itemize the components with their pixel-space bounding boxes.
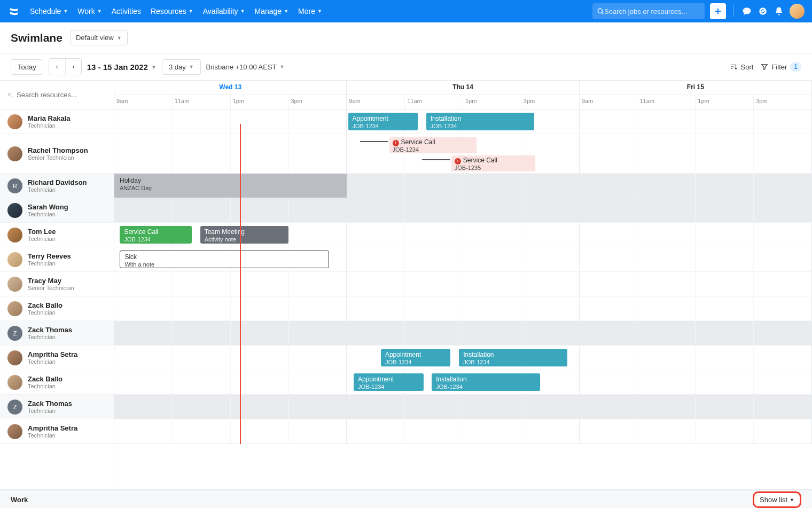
bell-icon[interactable] [774, 6, 784, 17]
nav-item-schedule[interactable]: Schedule▼ [30, 7, 68, 15]
global-search-input[interactable] [604, 7, 700, 15]
job-card[interactable]: !Service CallJOB-1235 [451, 155, 535, 171]
resource-row[interactable]: Rachel Thompson Senior Technician [0, 134, 114, 174]
resource-role: Technician [28, 211, 68, 217]
job-card[interactable]: AppointmentJOB-1234 [381, 349, 451, 366]
schedule-row[interactable]: HolidayANZAC Day [114, 174, 812, 198]
resource-role: Technician [28, 408, 72, 414]
job-card[interactable]: InstallationJOB-1234 [426, 113, 534, 130]
nav-item-more[interactable]: More▼ [298, 7, 322, 15]
timezone-selector[interactable]: Brisbane +10:00 AEST ▼ [206, 63, 285, 71]
job-card[interactable]: AppointmentJOB-1234 [354, 373, 424, 391]
resource-row[interactable]: Ampritha Setra Technician [0, 419, 114, 444]
resource-name: Zack Thomas [28, 326, 72, 334]
page-header: Swimlane Default view ▼ [0, 22, 812, 53]
resource-row[interactable]: Zack Ballo Technician [0, 296, 114, 321]
avatar [7, 350, 22, 365]
chevron-down-icon: ▼ [63, 9, 68, 14]
work-panel-title: Work [11, 496, 28, 504]
show-list-button[interactable]: Show list ▼ [753, 491, 801, 508]
job-card[interactable]: SickWith a note [120, 251, 329, 268]
avatar [7, 277, 22, 292]
job-card[interactable]: Team MeetingActivity note [200, 226, 289, 244]
schedule-row[interactable] [114, 272, 812, 296]
hour-label: 11am [637, 95, 696, 109]
avatar: Z [7, 400, 22, 415]
chevron-down-icon: ▼ [240, 9, 245, 14]
page-title: Swimlane [11, 32, 63, 44]
resource-row[interactable]: Tom Lee Technician [0, 223, 114, 247]
job-card[interactable]: AppointmentJOB-1234 [348, 113, 418, 130]
resource-search-input[interactable] [17, 91, 106, 99]
resource-row[interactable]: Maria Rakala Technician [0, 110, 114, 134]
resource-name: Ampritha Setra [28, 424, 77, 432]
view-selector[interactable]: Default view ▼ [70, 30, 128, 45]
swimlane-container: Maria Rakala Technician Rachel Thompson … [0, 81, 812, 490]
hour-label: 9am [114, 95, 173, 109]
schedule-row[interactable] [114, 419, 812, 444]
resource-role: Technician [28, 236, 56, 242]
nav-item-manage[interactable]: Manage▼ [255, 7, 289, 15]
resource-row[interactable]: R Richard Davidson Technician [0, 174, 114, 198]
global-search[interactable] [592, 3, 705, 19]
schedule-grid[interactable]: Wed 13Thu 14Fri 15 9am11am1pm3pm9am11am1… [114, 81, 812, 489]
job-card[interactable]: InstallationJOB-1234 [432, 373, 540, 391]
job-card[interactable]: HolidayANZAC Day [114, 174, 347, 198]
resource-role: Technician [28, 383, 63, 389]
date-range-picker[interactable]: 13 - 15 Jan 2022 ▼ [87, 62, 157, 72]
job-card[interactable]: InstallationJOB-1234 [459, 349, 567, 366]
prev-button[interactable]: ‹ [49, 59, 65, 75]
resource-role: Technician [28, 260, 71, 267]
schedule-row[interactable]: SickWith a note [114, 247, 812, 272]
hour-label: 3pm [521, 95, 579, 109]
resource-row[interactable]: Z Zack Thomas Technician [0, 321, 114, 346]
resource-panel: Maria Rakala Technician Rachel Thompson … [0, 81, 114, 489]
svg-point-4 [759, 7, 767, 15]
schedule-row[interactable] [114, 296, 812, 321]
schedule-row[interactable] [114, 321, 812, 346]
resource-row[interactable]: Sarah Wong Technician [0, 198, 114, 223]
day-header[interactable]: Wed 13 [114, 81, 347, 95]
today-button[interactable]: Today [11, 59, 43, 75]
resource-row[interactable]: Terry Reeves Technician [0, 247, 114, 272]
job-card[interactable]: Service CallJOB-1234 [120, 226, 192, 244]
sync-icon[interactable] [758, 6, 768, 17]
schedule-row[interactable]: AppointmentJOB-1234InstallationJOB-1234 [114, 110, 812, 134]
schedule-row[interactable] [114, 198, 812, 223]
filter-button[interactable]: Filter 1 [761, 62, 801, 72]
resource-name: Richard Davidson [28, 178, 87, 186]
hour-label: 1pm [463, 95, 521, 109]
resource-row[interactable]: Z Zack Thomas Technician [0, 395, 114, 419]
hour-label: 9am [580, 95, 638, 109]
schedule-row[interactable]: AppointmentJOB-1234InstallationJOB-1234 [114, 346, 812, 370]
next-button[interactable]: › [65, 59, 81, 75]
schedule-row[interactable]: !Service CallJOB-1234!Service CallJOB-12… [114, 134, 812, 174]
sort-button[interactable]: Sort [730, 63, 754, 71]
chat-icon[interactable] [741, 6, 752, 17]
chevron-down-icon: ▼ [151, 64, 157, 70]
svg-point-0 [598, 9, 602, 13]
resource-role: Technician [28, 358, 77, 365]
nav-item-availability[interactable]: Availability▼ [203, 7, 245, 15]
resource-row[interactable]: Tracy May Senior Technician [0, 272, 114, 296]
schedule-row[interactable]: Service CallJOB-1234Team MeetingActivity… [114, 223, 812, 247]
chevron-down-icon: ▼ [317, 9, 322, 14]
nav-item-work[interactable]: Work▼ [77, 7, 102, 15]
resource-role: Technician [28, 432, 77, 439]
app-logo[interactable] [7, 5, 20, 18]
range-mode-selector[interactable]: 3 day ▼ [162, 59, 201, 75]
resource-row[interactable]: Ampritha Setra Technician [0, 346, 114, 370]
schedule-row[interactable]: AppointmentJOB-1234InstallationJOB-1234 [114, 370, 812, 395]
schedule-row[interactable] [114, 395, 812, 419]
create-button[interactable] [710, 3, 726, 19]
day-header[interactable]: Thu 14 [347, 81, 579, 95]
nav-item-resources[interactable]: Resources▼ [151, 7, 193, 15]
day-header[interactable]: Fri 15 [580, 81, 812, 95]
resource-row[interactable]: Zack Ballo Technician [0, 370, 114, 395]
resource-name: Terry Reeves [28, 252, 71, 260]
profile-avatar[interactable] [790, 4, 805, 19]
filter-count-badge: 1 [790, 62, 801, 72]
nav-item-activities[interactable]: Activities [112, 7, 141, 15]
resource-name: Rachel Thompson [28, 146, 88, 154]
job-card[interactable]: !Service CallJOB-1234 [389, 137, 477, 153]
